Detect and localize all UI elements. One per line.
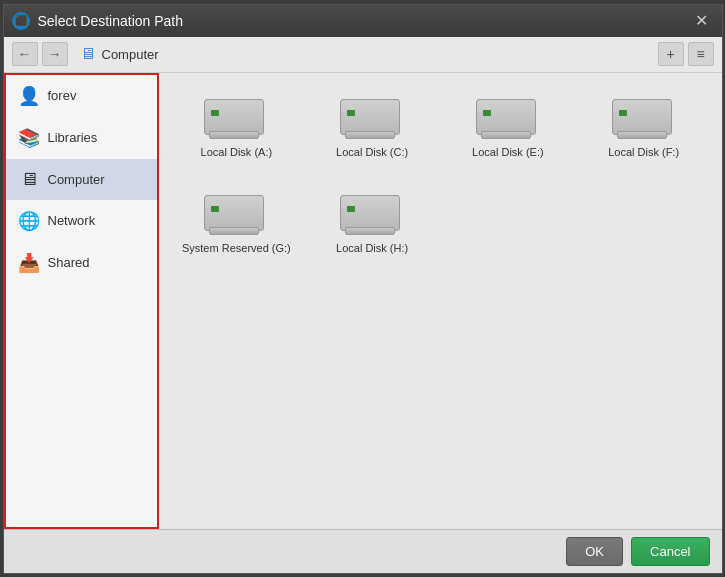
computer-sidebar-icon: 🖥 <box>18 169 40 190</box>
drive-icon <box>204 95 268 139</box>
sidebar-item-computer-label: Computer <box>48 172 105 187</box>
drive-item-drive-e[interactable]: Local Disk (E:) <box>446 89 570 165</box>
user-icon: 👤 <box>18 85 40 107</box>
sidebar-item-libraries[interactable]: 📚 Libraries <box>6 117 157 159</box>
main-content: Local Disk (A:) Local Disk (C:) Local Di… <box>159 73 722 529</box>
footer: OK Cancel <box>4 529 722 573</box>
title-bar: ⬛ Select Destination Path ✕ <box>4 5 722 37</box>
breadcrumb: 🖥 Computer <box>80 45 654 63</box>
app-icon: ⬛ <box>12 12 30 30</box>
drive-connector <box>345 131 395 139</box>
drive-item-drive-h[interactable]: Local Disk (H:) <box>310 185 434 261</box>
content-area: 👤 forev 📚 Libraries 🖥 Computer 🌐 Network… <box>4 73 722 529</box>
sidebar-item-network-label: Network <box>48 213 96 228</box>
back-button[interactable]: ← <box>12 42 38 66</box>
drive-item-drive-c[interactable]: Local Disk (C:) <box>310 89 434 165</box>
select-destination-dialog: ⬛ Select Destination Path ✕ ← → 🖥 Comput… <box>3 4 723 574</box>
drive-icon <box>340 95 404 139</box>
drive-label: Local Disk (F:) <box>608 145 679 159</box>
drive-body <box>476 99 536 135</box>
drive-connector <box>617 131 667 139</box>
dialog-title: Select Destination Path <box>38 13 690 29</box>
sidebar-item-forev[interactable]: 👤 forev <box>6 75 157 117</box>
new-folder-button[interactable]: + <box>658 42 684 66</box>
sidebar-item-network[interactable]: 🌐 Network <box>6 200 157 242</box>
drive-label: System Reserved (G:) <box>182 241 291 255</box>
sidebar-item-libraries-label: Libraries <box>48 130 98 145</box>
drive-body <box>204 195 264 231</box>
shared-icon: 📥 <box>18 252 40 274</box>
drive-icon <box>204 191 268 235</box>
drive-label: Local Disk (A:) <box>201 145 273 159</box>
libraries-icon: 📚 <box>18 127 40 149</box>
sidebar: 👤 forev 📚 Libraries 🖥 Computer 🌐 Network… <box>4 73 159 529</box>
drive-label: Local Disk (E:) <box>472 145 544 159</box>
drive-item-drive-g[interactable]: System Reserved (G:) <box>175 185 299 261</box>
drive-body <box>204 99 264 135</box>
drive-body <box>612 99 672 135</box>
cancel-button[interactable]: Cancel <box>631 537 709 566</box>
computer-icon: 🖥 <box>80 45 96 63</box>
toolbar: ← → 🖥 Computer + ≡ <box>4 37 722 73</box>
drive-label: Local Disk (C:) <box>336 145 408 159</box>
sidebar-item-shared[interactable]: 📥 Shared <box>6 242 157 284</box>
close-button[interactable]: ✕ <box>690 9 714 33</box>
network-icon: 🌐 <box>18 210 40 232</box>
drive-icon <box>476 95 540 139</box>
forward-button[interactable]: → <box>42 42 68 66</box>
toolbar-actions: + ≡ <box>658 42 714 66</box>
sidebar-item-computer[interactable]: 🖥 Computer <box>6 159 157 200</box>
sidebar-item-forev-label: forev <box>48 88 77 103</box>
drive-body <box>340 99 400 135</box>
drive-icon <box>340 191 404 235</box>
drive-label: Local Disk (H:) <box>336 241 408 255</box>
file-grid: Local Disk (A:) Local Disk (C:) Local Di… <box>175 89 706 262</box>
breadcrumb-text: Computer <box>102 47 159 62</box>
ok-button[interactable]: OK <box>566 537 623 566</box>
drive-icon <box>612 95 676 139</box>
drive-item-drive-a[interactable]: Local Disk (A:) <box>175 89 299 165</box>
sidebar-item-shared-label: Shared <box>48 255 90 270</box>
drive-connector <box>209 131 259 139</box>
view-toggle-button[interactable]: ≡ <box>688 42 714 66</box>
drive-connector <box>481 131 531 139</box>
drive-connector <box>345 227 395 235</box>
drive-item-drive-f[interactable]: Local Disk (F:) <box>582 89 706 165</box>
drive-connector <box>209 227 259 235</box>
drive-body <box>340 195 400 231</box>
